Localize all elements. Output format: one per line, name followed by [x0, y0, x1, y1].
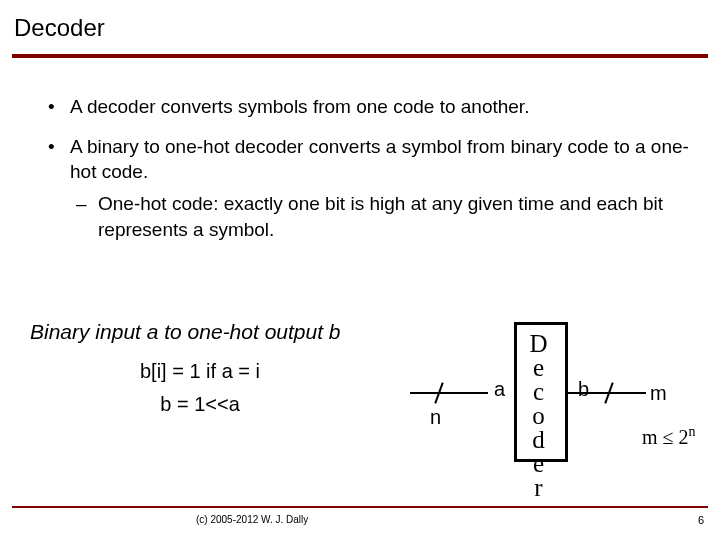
- slide-title: Decoder: [0, 0, 720, 54]
- label-m: m: [650, 382, 667, 405]
- bullet-2-text: A binary to one-hot decoder converts a s…: [70, 136, 689, 183]
- label-n: n: [430, 406, 441, 429]
- formula-shift: b = 1<<a: [30, 393, 370, 416]
- decoder-box-label: Decoder: [526, 330, 551, 498]
- bullet-2: A binary to one-hot decoder converts a s…: [48, 134, 692, 243]
- label-a: a: [494, 378, 505, 401]
- footer-rule: [12, 506, 708, 508]
- copyright: (c) 2005-2012 W. J. Dally: [196, 514, 308, 526]
- decoder-diagram: n a Decoder b m m ≤ 2n: [410, 320, 720, 470]
- label-b: b: [578, 378, 589, 401]
- page-number: 6: [698, 514, 704, 526]
- formulas: b[i] = 1 if a = i b = 1<<a: [30, 360, 370, 416]
- constraint-base: 2: [679, 426, 689, 448]
- bullet-1-text: A decoder converts symbols from one code…: [70, 96, 529, 117]
- bullet-1: A decoder converts symbols from one code…: [48, 94, 692, 120]
- formula-index: b[i] = 1 if a = i: [30, 360, 370, 383]
- body-content: A decoder converts symbols from one code…: [0, 58, 720, 242]
- constraint: m ≤ 2n: [642, 424, 696, 449]
- constraint-lhs: m ≤: [642, 426, 679, 448]
- bullet-2-sub-1: One-hot code: exactly one bit is high at…: [70, 191, 692, 242]
- wire-input: [410, 392, 488, 394]
- constraint-exp: n: [689, 424, 696, 439]
